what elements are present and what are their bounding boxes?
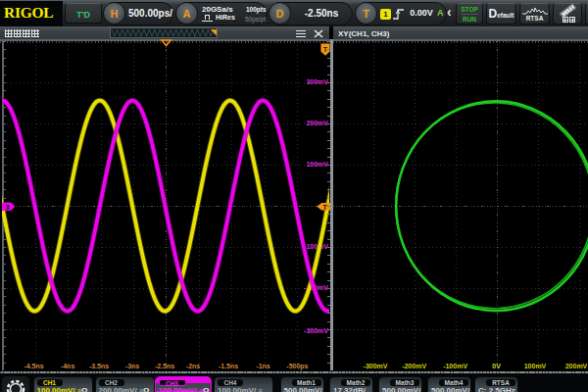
svg-text:3: 3: [5, 203, 9, 212]
